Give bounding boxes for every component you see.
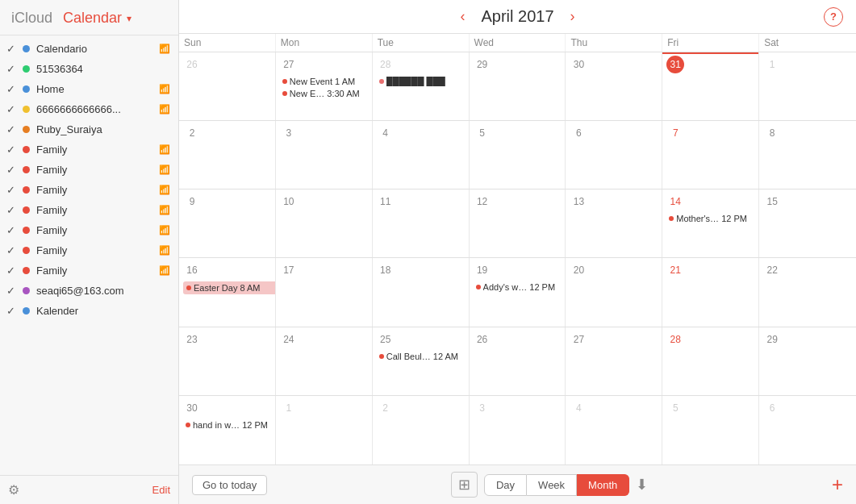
calendar-item-label: Family [36, 224, 156, 236]
calendar-event[interactable]: New Event 1 AM [280, 76, 368, 87]
calendar-day[interactable]: 27New Event 1 AMNew E… 3:30 AM [276, 52, 373, 120]
calendar-day[interactable]: 28 [662, 327, 759, 395]
event-dot [282, 91, 287, 96]
next-month-button[interactable]: › [564, 6, 582, 27]
edit-button[interactable]: Edit [152, 484, 170, 496]
event-dot [186, 285, 191, 290]
calendar-day[interactable]: 3 [276, 121, 373, 189]
check-icon: ✓ [6, 123, 19, 135]
sidebar-item-7[interactable]: ✓ Family 📶 [0, 180, 178, 200]
day-number: 31 [666, 56, 684, 73]
calendar-event[interactable]: Addy's w… 12 PM [474, 281, 562, 293]
calendar-day[interactable]: 12 [470, 190, 566, 257]
calendar-item-label: Home [36, 83, 156, 95]
sidebar-item-1[interactable]: ✓ 51536364 [0, 59, 178, 79]
calendar-event[interactable]: Call Beul… 12 AM [377, 351, 465, 362]
event-dot [476, 285, 481, 289]
calendar-day[interactable]: 28██████ ███ [373, 52, 470, 120]
calendar-day[interactable]: 30 [566, 52, 662, 120]
calendar-item-label: Family [36, 144, 156, 156]
all-day-event[interactable]: Easter Day 8 AM [183, 281, 276, 294]
calendar-event[interactable]: New E… 3:30 AM [280, 88, 368, 99]
go-today-button[interactable]: Go to today [192, 475, 267, 495]
sidebar-item-5[interactable]: ✓ Family 📶 [0, 140, 178, 160]
add-event-button[interactable]: + [832, 475, 843, 494]
calendar-day[interactable]: 5 [662, 396, 759, 464]
calendar-day[interactable]: 29 [759, 327, 856, 395]
calendar-day[interactable]: 11 [373, 190, 470, 257]
week-row-4: 232425Call Beul… 12 AM26272829 [179, 327, 856, 396]
calendar-day[interactable]: 26 [179, 52, 276, 120]
calendar-day[interactable]: 30hand in w… 12 PM [179, 396, 276, 464]
calendar-day[interactable]: 6 [759, 396, 856, 464]
calendar-day[interactable]: 18 [373, 258, 470, 326]
calendar-day[interactable]: 26 [470, 327, 566, 395]
calendar-day[interactable]: 23 [179, 327, 276, 395]
calendar-day[interactable]: 22 [759, 258, 856, 326]
calendar-dot [23, 85, 30, 93]
day-view-button[interactable]: Day [484, 474, 527, 496]
calendar-dot [23, 45, 30, 52]
calendar-day[interactable]: 19Addy's w… 12 PM [470, 258, 566, 326]
calendar-day[interactable]: 25Call Beul… 12 AM [373, 327, 470, 395]
calendar-day[interactable]: 20 [566, 258, 662, 326]
calendar-day[interactable]: 16Easter Day 8 AM [179, 258, 276, 326]
calendar-day[interactable]: 2 [373, 396, 470, 464]
calendar-day[interactable]: 27 [566, 327, 662, 395]
calendar-day[interactable]: 4 [566, 396, 662, 464]
sidebar-item-11[interactable]: ✓ Family 📶 [0, 260, 178, 281]
calendar-day[interactable]: 15 [759, 190, 856, 257]
day-header-sat: Sat [759, 34, 856, 52]
sidebar-item-9[interactable]: ✓ Family 📶 [0, 220, 178, 240]
prev-month-button[interactable]: ‹ [453, 6, 471, 27]
dropdown-arrow-icon[interactable]: ▾ [127, 13, 132, 24]
sidebar-item-10[interactable]: ✓ Family 📶 [0, 240, 178, 260]
calendar-event[interactable]: Mother's… 12 PM [666, 213, 754, 224]
calendar-day[interactable]: 21 [662, 258, 759, 326]
sidebar-item-0[interactable]: ✓ Calendario 📶 [0, 39, 178, 59]
calendar-day[interactable]: 2 [179, 121, 276, 189]
calendar-day[interactable]: 8 [759, 121, 856, 189]
sidebar-items: ✓ Calendario 📶 ✓ 51536364 ✓ Home 📶 ✓ 666… [0, 35, 178, 475]
calendar-footer: Go to today ⊞ Day Week Month ⬇ + [179, 464, 856, 504]
sidebar-item-6[interactable]: ✓ Family 📶 [0, 160, 178, 180]
calendar-day[interactable]: 6 [566, 121, 662, 189]
calendar-day[interactable]: 7 [662, 121, 759, 189]
icloud-label: iCloud [11, 10, 52, 27]
import-icon[interactable]: ⊞ [451, 472, 478, 498]
calendar-day[interactable]: 3 [470, 396, 566, 464]
day-header-mon: Mon [276, 34, 373, 52]
calendar-item-label: Ruby_Suraiya [36, 123, 170, 135]
sidebar-item-12[interactable]: ✓ seaqi65@163.com [0, 281, 178, 301]
sidebar-item-3[interactable]: ✓ 6666666666666... 📶 [0, 99, 178, 119]
calendar-day[interactable]: 10 [276, 190, 373, 257]
check-icon: ✓ [6, 224, 19, 236]
calendar-day[interactable]: 4 [373, 121, 470, 189]
month-view-button[interactable]: Month [577, 474, 629, 496]
calendar-day[interactable]: 1 [276, 396, 373, 464]
calendar-event[interactable]: hand in w… 12 PM [183, 419, 271, 431]
calendar-day[interactable]: 29 [470, 52, 566, 120]
check-icon: ✓ [6, 184, 19, 196]
calendar-day[interactable]: 14Mother's… 12 PM [662, 190, 759, 257]
settings-icon[interactable]: ⚙ [8, 482, 19, 498]
week-view-button[interactable]: Week [527, 474, 577, 496]
calendar-day[interactable]: 1 [759, 52, 856, 120]
sidebar-footer: ⚙ Edit [0, 475, 178, 504]
import-button[interactable]: ⊞ [451, 472, 478, 498]
download-icon[interactable]: ⬇ [636, 476, 648, 494]
check-icon: ✓ [6, 43, 19, 55]
sidebar-item-2[interactable]: ✓ Home 📶 [0, 79, 178, 99]
calendar-day[interactable]: 5 [470, 121, 566, 189]
calendar-event[interactable]: ██████ ███ [377, 76, 465, 87]
sidebar-item-13[interactable]: ✓ Kalender [0, 301, 178, 321]
separator [56, 10, 60, 27]
sidebar-item-4[interactable]: ✓ Ruby_Suraiya [0, 119, 178, 140]
calendar-day[interactable]: 13 [566, 190, 662, 257]
help-button[interactable]: ? [824, 7, 843, 27]
calendar-day[interactable]: 24 [276, 327, 373, 395]
calendar-day[interactable]: 17 [276, 258, 373, 326]
sidebar-item-8[interactable]: ✓ Family 📶 [0, 200, 178, 220]
calendar-day[interactable]: 31 [662, 52, 759, 120]
calendar-day[interactable]: 9 [179, 190, 276, 257]
